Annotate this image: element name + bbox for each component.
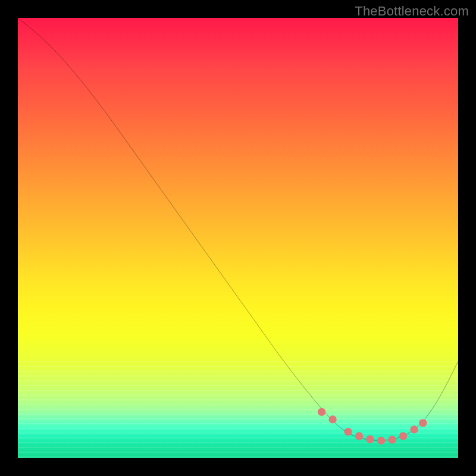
marker-point xyxy=(328,415,336,423)
marker-point xyxy=(318,408,325,416)
marker-point xyxy=(388,436,396,443)
chart-frame: TheBottleneck.com xyxy=(0,0,476,476)
marker-point xyxy=(410,425,418,433)
marker-point xyxy=(344,428,352,436)
watermark-text: TheBottleneck.com xyxy=(355,4,469,19)
plot-area xyxy=(18,18,458,458)
marker-point xyxy=(399,432,407,440)
bottleneck-curve xyxy=(18,18,458,440)
marker-point xyxy=(366,436,374,443)
marker-point xyxy=(377,437,385,444)
marker-point xyxy=(355,432,363,440)
marker-point xyxy=(419,419,427,427)
curve-layer xyxy=(18,18,458,458)
marker-group xyxy=(318,408,427,444)
